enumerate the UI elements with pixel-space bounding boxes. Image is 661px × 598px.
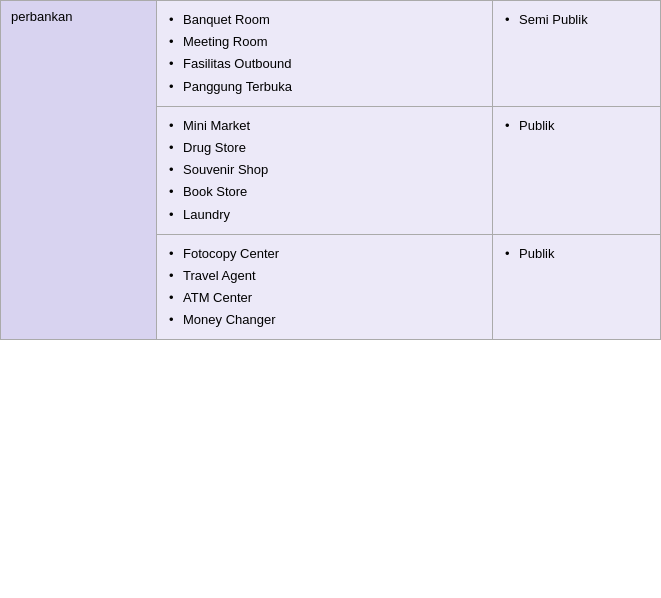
row2-col3-cell: Publik	[493, 106, 661, 234]
list-item: Publik	[503, 243, 650, 265]
row1-col3-list: Semi Publik	[503, 9, 650, 31]
list-item: Souvenir Shop	[167, 159, 482, 181]
list-item: Fasilitas Outbound	[167, 53, 482, 75]
left-header-cell: perbankan	[1, 1, 157, 340]
list-item: ATM Center	[167, 287, 482, 309]
list-item: Book Store	[167, 181, 482, 203]
list-item: Publik	[503, 115, 650, 137]
row1-col2-list: Banquet Room Meeting Room Fasilitas Outb…	[167, 9, 482, 98]
list-item: Travel Agent	[167, 265, 482, 287]
list-item: Banquet Room	[167, 9, 482, 31]
list-item: Semi Publik	[503, 9, 650, 31]
left-cell-label: perbankan	[11, 9, 72, 24]
list-item: Panggung Terbuka	[167, 76, 482, 98]
row3-col3-cell: Publik	[493, 234, 661, 340]
table-row: perbankan Banquet Room Meeting Room Fasi…	[1, 1, 661, 107]
list-item: Laundry	[167, 204, 482, 226]
row1-col2-cell: Banquet Room Meeting Room Fasilitas Outb…	[157, 1, 493, 107]
row2-col2-cell: Mini Market Drug Store Souvenir Shop Boo…	[157, 106, 493, 234]
list-item: Meeting Room	[167, 31, 482, 53]
row3-col2-cell: Fotocopy Center Travel Agent ATM Center …	[157, 234, 493, 340]
row1-col3-cell: Semi Publik	[493, 1, 661, 107]
row2-col2-list: Mini Market Drug Store Souvenir Shop Boo…	[167, 115, 482, 226]
list-item: Fotocopy Center	[167, 243, 482, 265]
row2-col3-list: Publik	[503, 115, 650, 137]
row3-col2-list: Fotocopy Center Travel Agent ATM Center …	[167, 243, 482, 332]
list-item: Drug Store	[167, 137, 482, 159]
main-table: perbankan Banquet Room Meeting Room Fasi…	[0, 0, 661, 340]
row3-col3-list: Publik	[503, 243, 650, 265]
list-item: Money Changer	[167, 309, 482, 331]
list-item: Mini Market	[167, 115, 482, 137]
